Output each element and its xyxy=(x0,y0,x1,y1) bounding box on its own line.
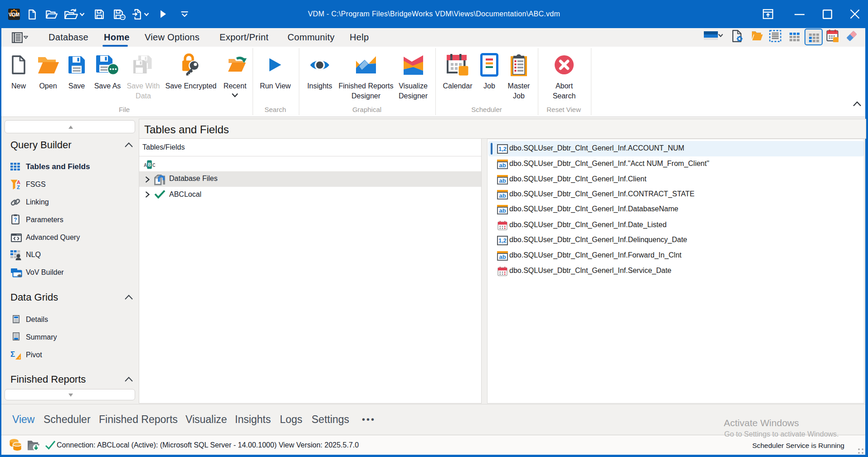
svg-text:ab: ab xyxy=(499,192,506,199)
svg-text:B: B xyxy=(148,162,151,167)
svg-text:1,2: 1,2 xyxy=(498,146,506,152)
svg-text:1,2: 1,2 xyxy=(498,238,506,244)
svg-text:?: ? xyxy=(14,217,17,223)
svg-text:C: C xyxy=(152,163,155,168)
svg-text:ab: ab xyxy=(499,253,506,260)
svg-text:A: A xyxy=(144,163,147,168)
svg-text:ab: ab xyxy=(499,207,506,214)
svg-text:A: A xyxy=(17,180,20,185)
svg-text:VDM: VDM xyxy=(9,12,20,17)
svg-text:ab: ab xyxy=(499,177,506,184)
svg-text:Z: Z xyxy=(17,185,20,190)
svg-text:Σ: Σ xyxy=(10,350,15,359)
svg-text:ab: ab xyxy=(499,162,506,169)
